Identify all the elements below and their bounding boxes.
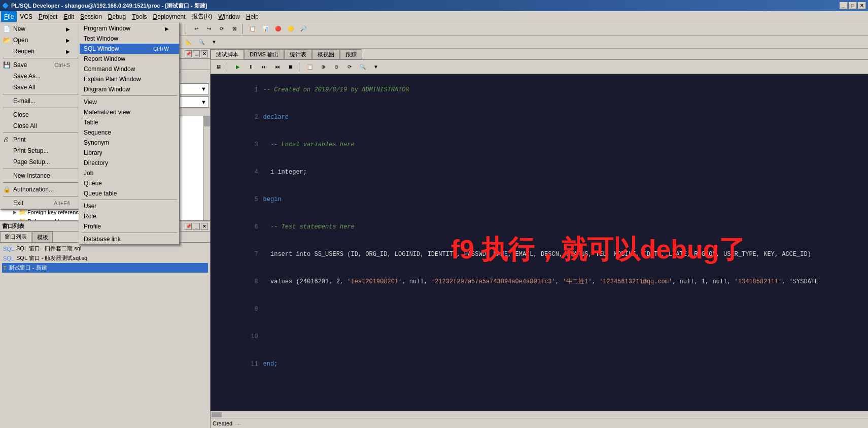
- submenu-library[interactable]: Library: [80, 148, 179, 158]
- ed-run[interactable]: ▶: [232, 61, 244, 73]
- tb16[interactable]: 📊: [259, 23, 271, 35]
- file-menu-page-setup[interactable]: Page Setup...: [1, 156, 80, 168]
- submenu-directory[interactable]: Directory: [80, 158, 179, 168]
- h-scrollbar[interactable]: [211, 411, 868, 418]
- ed-tb7[interactable]: 📋: [304, 61, 316, 73]
- menu-debug[interactable]: Debug: [105, 11, 129, 22]
- submenu-table[interactable]: Table: [80, 117, 179, 127]
- submenu-db-link[interactable]: Database link: [80, 234, 179, 244]
- tab-window-list[interactable]: 窗口列表: [0, 232, 31, 242]
- file-menu-exit[interactable]: Exit Alt+F4: [1, 197, 80, 209]
- tb11[interactable]: ↩: [190, 23, 202, 35]
- wnd-list-pin[interactable]: 📌: [185, 223, 192, 230]
- minimize-btn[interactable]: _: [840, 2, 848, 9]
- submenu-program-window[interactable]: Program Window ▶: [80, 23, 179, 34]
- submenu-view-label: View: [84, 98, 97, 106]
- tb18[interactable]: 🟡: [285, 23, 297, 35]
- ed-stop[interactable]: ⏹: [285, 61, 297, 73]
- editor-tab-trace[interactable]: 跟踪: [340, 49, 362, 59]
- expander-rb[interactable]: ▶: [11, 218, 18, 220]
- menu-window[interactable]: Window: [215, 11, 243, 22]
- tb12[interactable]: ↪: [203, 23, 215, 35]
- submenu-job[interactable]: Job: [80, 168, 179, 178]
- submenu-command-window-label: Command Window: [84, 65, 135, 73]
- tab-template[interactable]: 模板: [32, 232, 53, 242]
- file-menu-reopen[interactable]: Reopen ▶: [1, 46, 80, 57]
- file-menu-open[interactable]: 📂 Open ▶: [1, 35, 80, 46]
- menu-file[interactable]: File: [1, 11, 17, 22]
- ed-pause[interactable]: ⏸: [245, 61, 257, 73]
- obj-browser-close[interactable]: ✕: [201, 50, 208, 57]
- ed-tb8[interactable]: ⊕: [317, 61, 329, 73]
- ed-step-into[interactable]: ⏭: [258, 61, 270, 73]
- editor-tab-overview[interactable]: 概视图: [312, 49, 340, 59]
- wnd-item-2[interactable]: SQL SQL 窗口 - 触发器测试sql.sql: [2, 253, 208, 263]
- submenu-queue-table[interactable]: Queue table: [80, 188, 179, 199]
- tb14[interactable]: ⊠: [228, 23, 240, 35]
- submenu-report-window[interactable]: Report Window: [80, 54, 179, 64]
- submenu-diagram-window[interactable]: Diagram Window: [80, 84, 179, 94]
- submenu-synonym[interactable]: Synonym: [80, 138, 179, 148]
- file-menu-authorization[interactable]: 🔒 Authorization...: [1, 184, 80, 195]
- expander-fkr[interactable]: ▶: [11, 209, 18, 216]
- menu-vcs[interactable]: VCS: [17, 11, 36, 22]
- editor-tab-stats[interactable]: 统计表: [284, 49, 312, 59]
- tb15[interactable]: 📋: [247, 23, 259, 35]
- tb36[interactable]: ▼: [208, 37, 220, 48]
- line-num-5: 5: [244, 195, 258, 204]
- editor-tab-test-script[interactable]: 测试脚本: [211, 49, 244, 59]
- maximize-btn[interactable]: □: [849, 2, 857, 9]
- wnd-list-close[interactable]: ✕: [201, 223, 208, 230]
- file-menu-close-all[interactable]: Close All: [1, 120, 80, 131]
- file-menu-print-setup[interactable]: Print Setup...: [1, 145, 80, 156]
- tb19[interactable]: 🔎: [297, 23, 309, 35]
- submenu-mat-view[interactable]: Materialized view: [80, 107, 179, 117]
- file-menu-save-all[interactable]: Save All: [1, 82, 80, 93]
- tb34[interactable]: 📐: [183, 37, 195, 48]
- submenu-sql-window[interactable]: SQL Window Ctrl+W: [80, 44, 179, 54]
- menu-edit[interactable]: Edit: [60, 11, 77, 22]
- tree-scrollbar[interactable]: [203, 116, 210, 220]
- submenu-view[interactable]: View: [80, 97, 179, 107]
- submenu-test-window[interactable]: Test Window: [80, 34, 179, 44]
- ed-tb10[interactable]: ⟳: [343, 61, 356, 73]
- editor-tab-dbms[interactable]: DBMS 输出: [244, 49, 284, 59]
- tb13[interactable]: ⟳: [216, 23, 228, 35]
- h-scroll-thumb[interactable]: [212, 412, 222, 417]
- file-menu-print[interactable]: 🖨 Print: [1, 134, 80, 145]
- ed-tb9[interactable]: ⊖: [330, 61, 342, 73]
- submenu-queue[interactable]: Queue: [80, 178, 179, 188]
- menu-session[interactable]: Session: [77, 11, 105, 22]
- code-editor[interactable]: 1-- Created on 2019/8/19 by ADMINISTRATO…: [211, 74, 868, 411]
- submenu-role[interactable]: Role: [80, 211, 179, 221]
- submenu-sequence[interactable]: Sequence: [80, 127, 179, 138]
- file-menu-close[interactable]: Close: [1, 109, 80, 120]
- menu-deployment[interactable]: Deployment: [150, 11, 189, 22]
- ed-step-over[interactable]: ⏮: [271, 61, 284, 73]
- close-btn[interactable]: ✕: [858, 2, 866, 9]
- ed-tb11[interactable]: 🔍: [357, 61, 369, 73]
- tb17[interactable]: 🔴: [272, 23, 284, 35]
- file-menu-save[interactable]: 💾 Save Ctrl+S: [1, 59, 80, 71]
- wnd-list-minimize[interactable]: _: [193, 223, 200, 230]
- menu-reports[interactable]: 报告(R): [189, 11, 216, 22]
- menu-help[interactable]: Help: [243, 11, 262, 22]
- menu-project[interactable]: Project: [36, 11, 60, 22]
- file-menu-email[interactable]: E-mail...: [1, 95, 80, 107]
- tb35[interactable]: 🔍: [195, 37, 207, 48]
- sep5: [242, 24, 245, 34]
- submenu-explain-plan[interactable]: Explain Plan Window: [80, 74, 179, 84]
- ed-tb1[interactable]: 🖥: [213, 61, 225, 73]
- obj-browser-minimize[interactable]: _: [193, 50, 200, 57]
- scroll-thumb[interactable]: [204, 116, 210, 126]
- wnd-item-3[interactable]: T 测试窗口 - 新建: [2, 263, 208, 273]
- submenu-command-window[interactable]: Command Window: [80, 64, 179, 74]
- file-menu-new-instance[interactable]: New Instance: [1, 170, 80, 181]
- file-menu-save-as[interactable]: Save As...: [1, 71, 80, 82]
- submenu-profile[interactable]: Profile: [80, 221, 179, 232]
- file-menu-new[interactable]: 📄 New ▶: [1, 23, 80, 35]
- obj-browser-pin[interactable]: 📌: [185, 50, 192, 57]
- submenu-user[interactable]: User: [80, 201, 179, 211]
- ed-tb12[interactable]: ▼: [370, 61, 382, 73]
- menu-tools[interactable]: Tools: [129, 11, 150, 22]
